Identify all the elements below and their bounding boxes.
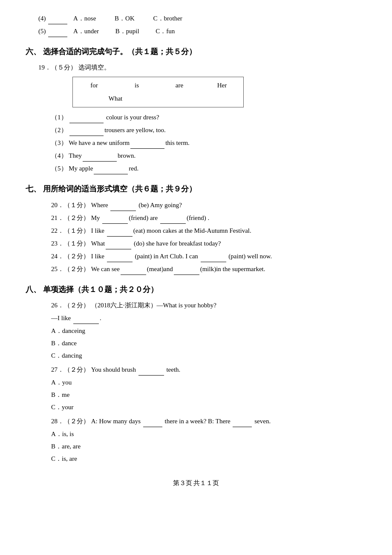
s6-blank1 bbox=[69, 123, 104, 123]
s6-q3: （3） We have a new uniformthis term. bbox=[51, 137, 366, 149]
s6-blank2 bbox=[69, 136, 104, 136]
q28-optB: B．are, are bbox=[51, 441, 366, 452]
q4-optA: A．nose bbox=[73, 15, 96, 22]
q5-line: (5) A．under B．pupil C．fun bbox=[38, 26, 366, 37]
word-is: is bbox=[115, 79, 158, 92]
q26-blank bbox=[73, 324, 99, 324]
word-empty1 bbox=[158, 92, 201, 105]
q21-blank1 bbox=[102, 223, 128, 224]
q27-optB: B．me bbox=[51, 389, 366, 401]
q26-sub: —I like . bbox=[51, 312, 366, 324]
q22: 22．（１分） I like (eat) moon cakes at the M… bbox=[51, 225, 366, 237]
q19-block: 19．（５分） 选词填空。 for is are Her What （1） co… bbox=[38, 62, 366, 174]
word-what: What bbox=[73, 92, 158, 105]
q25-blank1 bbox=[121, 275, 146, 275]
q5-optC: C．fun bbox=[156, 28, 175, 35]
s6-q4: （4） Theybrown. bbox=[51, 150, 366, 162]
s6-q2: （2） trousers are yellow, too. bbox=[51, 124, 366, 136]
q22-blank bbox=[107, 236, 133, 237]
q26-optB: B．dance bbox=[51, 338, 366, 349]
q27-optA: A．you bbox=[51, 377, 366, 388]
q28-blank2 bbox=[233, 427, 252, 427]
q27-main: 27．（２分） You should brush teeth. bbox=[51, 364, 366, 376]
q23-blank bbox=[106, 249, 131, 249]
q20-blank bbox=[110, 211, 136, 211]
q27-optC: C．your bbox=[51, 402, 366, 413]
q19-label: 19．（５分） 选词填空。 bbox=[38, 62, 366, 73]
q26-optC: C．dancing bbox=[51, 350, 366, 361]
q28-main: 28．（２分） A: How many days there in a week… bbox=[51, 416, 366, 427]
q5-optA: A．under bbox=[73, 28, 99, 35]
word-empty2 bbox=[201, 92, 243, 105]
q4-optB: B．OK bbox=[115, 15, 135, 22]
q25: 25．（２分） We can see(meat)and(milk)in the … bbox=[51, 263, 366, 275]
section8-questions: 26．（２分） （2018六上·浙江期末）—What is your hobby… bbox=[38, 300, 366, 465]
q5-label: (5) bbox=[38, 28, 46, 35]
q23: 23．（１分） What (do) she have for breakfast… bbox=[51, 238, 366, 249]
top-questions: (4) A．nose B．OK C．brother (5) A．under B．… bbox=[26, 13, 366, 37]
q28-blank1 bbox=[143, 427, 162, 427]
s6-blank3 bbox=[130, 148, 164, 149]
word-her: Her bbox=[201, 79, 243, 92]
q4-optC: C．brother bbox=[153, 15, 182, 22]
q5-optB: B．pupil bbox=[115, 28, 139, 35]
section8-title: 八、 单项选择（共１０题；共２０分） bbox=[26, 283, 366, 296]
s6-q5: （5） My applered. bbox=[51, 163, 366, 174]
q21-blank2 bbox=[160, 223, 186, 224]
q27-blank bbox=[138, 375, 164, 376]
q21: 21．（２分） My (friend) are (friend) . bbox=[51, 212, 366, 224]
q26-optA: A．danceing bbox=[51, 325, 366, 337]
q24: 24．（２分） I like (paint) in Art Club. I ca… bbox=[51, 251, 366, 262]
q4-label: (4) bbox=[38, 15, 46, 22]
q28-optA: A．is, is bbox=[51, 428, 366, 440]
q26-main: 26．（２分） （2018六上·浙江期末）—What is your hobby… bbox=[51, 300, 366, 311]
q20: 20．（１分） Where (be) Amy going? bbox=[51, 199, 366, 211]
q24-blank1 bbox=[107, 262, 133, 262]
page-number: 第３页 共１１页 bbox=[26, 477, 366, 489]
word-for: for bbox=[73, 79, 115, 92]
word-are: are bbox=[158, 79, 201, 92]
s6-blank5 bbox=[94, 174, 128, 174]
q4-line: (4) A．nose B．OK C．brother bbox=[38, 13, 366, 24]
word-box: for is are Her What bbox=[72, 77, 244, 107]
s6-blank4 bbox=[83, 161, 117, 162]
section6-title: 六、 选择合适的词完成句子。（共１题；共５分） bbox=[26, 45, 366, 58]
q24-blank2 bbox=[201, 262, 226, 262]
q25-blank2 bbox=[174, 275, 199, 275]
section7-questions: 20．（１分） Where (be) Amy going? 21．（２分） My… bbox=[38, 199, 366, 275]
section7-title: 七、 用所给词的适当形式填空（共６题；共９分） bbox=[26, 182, 366, 196]
q5-blank bbox=[48, 37, 67, 37]
s6-q1: （1） colour is your dress? bbox=[51, 112, 366, 123]
q4-blank bbox=[48, 24, 67, 24]
q28-optC: C．is, are bbox=[51, 453, 366, 465]
